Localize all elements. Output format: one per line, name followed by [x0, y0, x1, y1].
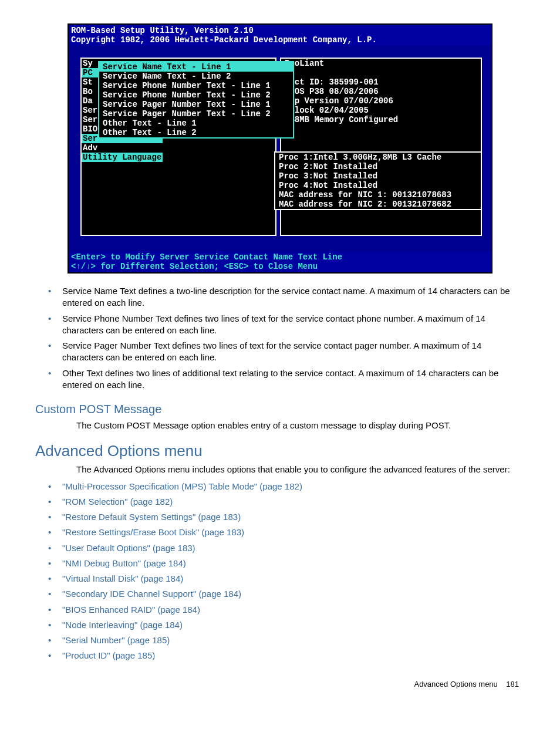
- list-item: Other Text defines two lines of addition…: [59, 367, 525, 391]
- menu-item[interactable]: Other Text - Line 2: [99, 128, 293, 137]
- menu-item-selected[interactable]: Service Name Text - Line 1: [99, 62, 293, 72]
- footer-page-number: 181: [506, 680, 519, 688]
- list-item: "ROM Selection" (page 182): [59, 496, 525, 508]
- footer-section: Advanced Options menu: [414, 680, 497, 688]
- heading-custom-post: Custom POST Message: [35, 403, 525, 416]
- paragraph: The Custom POST Message option enables e…: [76, 420, 525, 431]
- link[interactable]: "Virtual Install Disk" (page 184): [62, 573, 183, 583]
- list-item: Service Phone Number Text defines two li…: [59, 313, 525, 337]
- link[interactable]: "Node Interleaving" (page 184): [62, 620, 183, 630]
- bios-header: ROM-Based Setup Utility, Version 2.10 Co…: [69, 25, 491, 46]
- list-item: "Restore Settings/Erase Boot Disk" (page…: [59, 526, 525, 538]
- bios-footer: <Enter> to Modify Server Service Contact…: [69, 251, 491, 272]
- list-item: "Virtual Install Disk" (page 184): [59, 573, 525, 585]
- list-item: "Node Interleaving" (page 184): [59, 619, 525, 631]
- description-list: Service Name Text defines a two-line des…: [59, 285, 525, 391]
- list-item: "Restore Default System Settings" (page …: [59, 511, 525, 523]
- bios-title-line2: Copyright 1982, 2006 Hewlett-Packard Dev…: [71, 35, 489, 45]
- menu-item[interactable]: Service Phone Number Text - Line 2: [99, 90, 293, 100]
- link[interactable]: "Restore Default System Settings" (page …: [62, 512, 241, 522]
- list-item: Service Pager Number Text defines two li…: [59, 340, 525, 364]
- link[interactable]: "Product ID" (page 185): [62, 650, 155, 660]
- list-item: "Serial Number" (page 185): [59, 634, 525, 646]
- menu-item[interactable]: Service Phone Number Text - Line 1: [99, 81, 293, 90]
- bios-popup-menu: Service Name Text - Line 1 Service Name …: [98, 61, 294, 139]
- link[interactable]: "Restore Settings/Erase Boot Disk" (page…: [62, 527, 244, 537]
- list-item: "User Default Options" (page 183): [59, 542, 525, 554]
- bios-title-line1: ROM-Based Setup Utility, Version 2.10: [71, 26, 489, 35]
- link[interactable]: "NMI Debug Button" (page 184): [62, 558, 186, 568]
- list-item: "Multi-Processor Specification (MPS) Tab…: [59, 481, 525, 492]
- list-item: "BIOS Enhanced RAID" (page 184): [59, 604, 525, 616]
- link[interactable]: "Multi-Processor Specification (MPS) Tab…: [62, 481, 302, 491]
- link[interactable]: "User Default Options" (page 183): [62, 543, 195, 553]
- bios-proc-panel: Proc 1:Intel 3.00GHz,8MB L3 Cache Proc 2…: [274, 151, 482, 210]
- link[interactable]: "Serial Number" (page 185): [62, 635, 170, 645]
- link[interactable]: "BIOS Enhanced RAID" (page 184): [62, 605, 200, 615]
- list-item: "NMI Debug Button" (page 184): [59, 558, 525, 569]
- paragraph: The Advanced Options menu includes optio…: [76, 464, 525, 475]
- advanced-options-list: "Multi-Processor Specification (MPS) Tab…: [59, 481, 525, 662]
- menu-item[interactable]: Service Pager Number Text - Line 2: [99, 109, 293, 119]
- bios-screenshot: ROM-Based Setup Utility, Version 2.10 Co…: [68, 23, 492, 274]
- list-item: "Secondary IDE Channel Support" (page 18…: [59, 588, 525, 600]
- menu-item[interactable]: Service Name Text - Line 2: [99, 72, 293, 81]
- list-item: "Product ID" (page 185): [59, 650, 525, 661]
- menu-item[interactable]: Other Text - Line 1: [99, 119, 293, 128]
- menu-item[interactable]: Service Pager Number Text - Line 1: [99, 100, 293, 109]
- link[interactable]: "ROM Selection" (page 182): [62, 497, 173, 507]
- heading-advanced-options: Advanced Options menu: [35, 442, 525, 460]
- link[interactable]: "Secondary IDE Channel Support" (page 18…: [62, 589, 241, 599]
- list-item: Service Name Text defines a two-line des…: [59, 285, 525, 309]
- page-footer: Advanced Options menu 181: [35, 680, 525, 688]
